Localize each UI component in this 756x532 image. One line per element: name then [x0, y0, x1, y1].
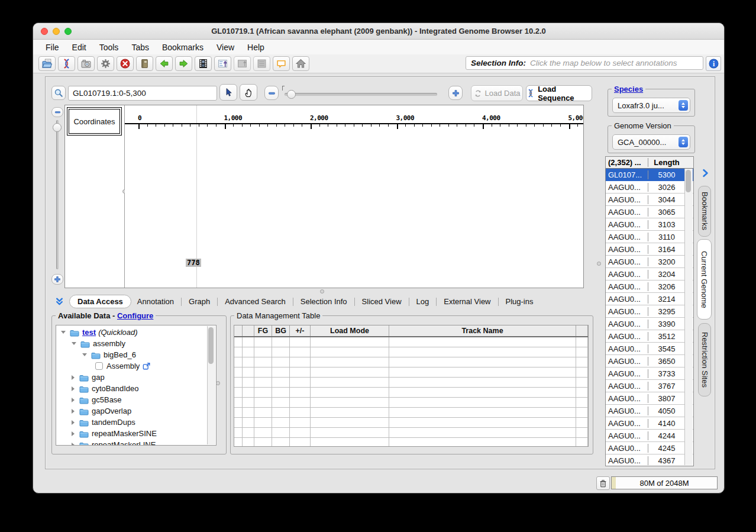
column-header-blank-0[interactable]: [234, 325, 243, 336]
garbage-collect-button[interactable]: [596, 476, 610, 490]
sequence-row[interactable]: AAGU0...3200: [606, 256, 693, 268]
tree-expand-chevron-icon[interactable]: [72, 420, 75, 425]
tree-node-label[interactable]: bigBed_6: [104, 350, 136, 359]
zoom-in-button[interactable]: [448, 86, 463, 100]
minimize-tabs-button[interactable]: [53, 296, 66, 308]
zoom-out-button[interactable]: [264, 86, 279, 100]
tab-advanced-search[interactable]: Advanced Search: [219, 295, 292, 308]
sequence-row[interactable]: AAGU0...4244: [606, 430, 693, 442]
sequence-table-scrollbar-thumb[interactable]: [686, 170, 691, 192]
species-legend-link[interactable]: Species: [612, 85, 645, 93]
menu-edit[interactable]: Edit: [66, 43, 93, 52]
vertical-zoom-in-button[interactable]: [51, 274, 63, 285]
tab-sliced-view[interactable]: Sliced View: [356, 295, 408, 308]
tree-node-test[interactable]: test (Quickload): [56, 327, 216, 338]
titlebar[interactable]: GL010719.1 (African savanna elephant (20…: [33, 23, 724, 40]
tree-collapse-chevron-icon[interactable]: [72, 342, 76, 345]
sequence-row[interactable]: AAGU0...4245: [606, 442, 693, 454]
tree-node-assembly[interactable]: Assembly: [56, 360, 216, 372]
sequence-length-column-header[interactable]: Length: [648, 158, 685, 167]
expand-side-panel-button[interactable]: [698, 166, 712, 180]
menu-tabs[interactable]: Tabs: [125, 43, 156, 52]
menu-help[interactable]: Help: [241, 43, 271, 52]
sequence-row[interactable]: AAGU0...3295: [606, 305, 693, 318]
sequence-row[interactable]: AAGU0...3110: [606, 231, 693, 243]
column-header-bg[interactable]: BG: [272, 325, 290, 336]
selection-info-field[interactable]: Selection Info: Click the map below to s…: [466, 56, 703, 70]
coordinate-range-input[interactable]: [68, 86, 217, 101]
tree-node-tandemdups[interactable]: tandemDups: [56, 417, 216, 428]
side-tab-restriction-sites[interactable]: Restriction Sites: [698, 323, 711, 396]
tree-node-label[interactable]: repeatMaskerLINE: [92, 440, 156, 446]
sequence-row[interactable]: AAGU0...3044: [606, 194, 693, 206]
sequence-row[interactable]: AAGU0...3103: [606, 218, 693, 231]
info-button[interactable]: i: [706, 56, 721, 71]
sequence-row[interactable]: AAGU0...3214: [606, 293, 693, 305]
minimize-window-button[interactable]: [53, 28, 60, 35]
column-header-[interactable]: +/-: [290, 325, 311, 336]
tree-node-label[interactable]: cytoBandIdeo: [92, 384, 139, 393]
zoom-window-button[interactable]: [64, 28, 72, 35]
right-panel-splitter-handle[interactable]: [597, 262, 601, 266]
toolbar-button-preferences-gear-icon[interactable]: [97, 56, 114, 71]
track-checkbox[interactable]: [95, 362, 103, 370]
tree-node-label[interactable]: Assembly: [106, 362, 140, 370]
tab-graph[interactable]: Graph: [183, 295, 216, 308]
sequence-row[interactable]: AAGU0...4050: [606, 405, 693, 417]
tree-node-label[interactable]: gapOverlap: [92, 407, 131, 415]
column-header-load-mode[interactable]: Load Mode: [311, 325, 389, 336]
configure-link[interactable]: Configure: [117, 311, 153, 320]
tree-node-gc5base[interactable]: gc5Base: [56, 394, 216, 405]
species-select[interactable]: Loxafr3.0 ju...: [612, 98, 690, 113]
sequence-row[interactable]: AAGU0...4367: [606, 454, 693, 466]
tree-node-repeatmaskerline[interactable]: repeatMaskerLINE: [56, 439, 216, 446]
sequence-row[interactable]: AAGU0...3767: [606, 380, 693, 392]
toolbar-button-movie-film-icon[interactable]: [195, 56, 212, 71]
genome-version-select[interactable]: GCA_00000...: [612, 134, 690, 150]
menu-tools[interactable]: Tools: [93, 43, 125, 52]
tab-plug-ins[interactable]: Plug-ins: [500, 295, 539, 308]
side-tab-bookmarks[interactable]: Bookmarks: [698, 186, 711, 237]
tree-expand-chevron-icon[interactable]: [72, 375, 75, 380]
sequence-row[interactable]: AAGU0...4140: [606, 417, 693, 430]
pan-tool-button[interactable]: [240, 84, 257, 101]
column-header-blank-7[interactable]: [576, 325, 588, 336]
toolbar-button-camera-icon[interactable]: [77, 56, 95, 71]
menu-bookmarks[interactable]: Bookmarks: [156, 43, 210, 52]
tree-node-label[interactable]: test: [82, 328, 96, 337]
vertical-zoom-out-button[interactable]: [51, 107, 63, 117]
tree-collapse-chevron-icon[interactable]: [82, 353, 87, 356]
coordinates-track-label[interactable]: Coordinates: [67, 107, 122, 136]
toolbar-button-print-icon[interactable]: [253, 56, 270, 71]
sequence-row[interactable]: AAGU0...3065: [606, 206, 693, 218]
tree-expand-chevron-icon[interactable]: [72, 443, 75, 446]
tree-expand-chevron-icon[interactable]: [72, 398, 75, 402]
tab-selection-info[interactable]: Selection Info: [295, 295, 353, 308]
tree-expand-chevron-icon[interactable]: [72, 386, 75, 391]
tree-expand-chevron-icon[interactable]: [72, 409, 75, 414]
tree-expand-chevron-icon[interactable]: [72, 431, 75, 436]
tab-external-view[interactable]: External View: [438, 295, 496, 308]
close-window-button[interactable]: [41, 28, 48, 35]
tree-scrollbar[interactable]: [207, 326, 215, 444]
external-link-icon[interactable]: [143, 362, 151, 370]
tree-node-gap[interactable]: gap: [56, 372, 216, 383]
tab-log[interactable]: Log: [411, 295, 435, 308]
tree-node-label[interactable]: gap: [92, 373, 105, 382]
tree-scrollbar-thumb[interactable]: [208, 327, 214, 364]
sequence-row[interactable]: AAGU0...3545: [606, 343, 693, 355]
tree-node-gapoverlap[interactable]: gapOverlap: [56, 405, 216, 417]
toolbar-button-stop-icon[interactable]: [117, 56, 134, 71]
toolbar-button-forward-arrow-icon[interactable]: [175, 56, 192, 71]
menu-file[interactable]: File: [39, 43, 66, 52]
select-tool-button[interactable]: [219, 84, 237, 101]
column-header-track-name[interactable]: Track Name: [389, 325, 576, 336]
load-data-button[interactable]: Load Data: [471, 85, 523, 101]
sequence-row[interactable]: AAGU0...3204: [606, 268, 693, 280]
tree-node-label[interactable]: assembly: [93, 339, 125, 348]
tree-node-repeatmaskersine[interactable]: repeatMaskerSINE: [56, 428, 216, 439]
panel-splitter-handle[interactable]: [216, 381, 220, 385]
sequence-row[interactable]: AAGU0...3512: [606, 330, 693, 343]
tab-annotation[interactable]: Annotation: [131, 295, 180, 308]
column-header-fg[interactable]: FG: [254, 325, 272, 336]
